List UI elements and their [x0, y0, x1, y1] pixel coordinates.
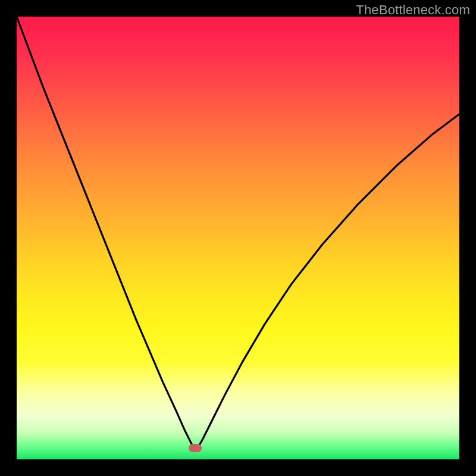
chart-frame: TheBottleneck.com — [0, 0, 476, 476]
curve-layer — [17, 17, 459, 459]
plot-area — [17, 17, 459, 459]
optimal-point-marker — [189, 444, 202, 452]
bottleneck-curve — [17, 17, 459, 448]
watermark-text: TheBottleneck.com — [356, 2, 470, 18]
